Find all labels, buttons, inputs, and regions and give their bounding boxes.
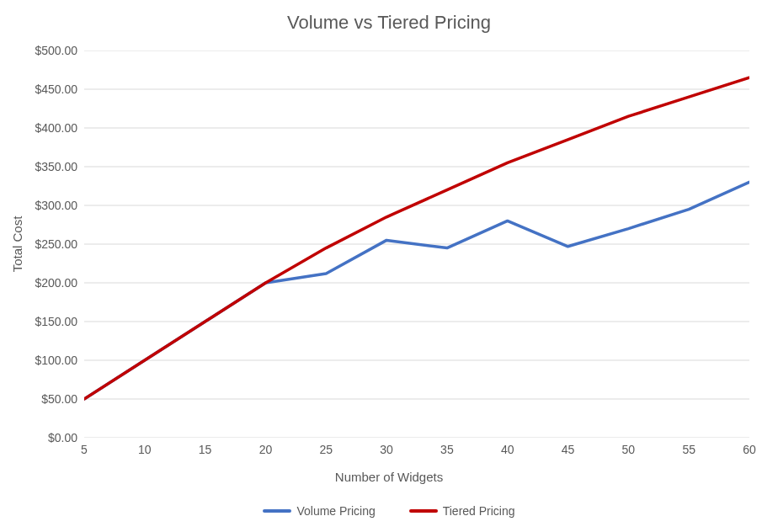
series-volume xyxy=(84,182,749,399)
x-tick-label: 60 xyxy=(733,443,766,456)
legend-swatch-tiered xyxy=(409,509,438,513)
y-tick-label: $200.00 xyxy=(10,276,77,290)
chart-title: Volume vs Tiered Pricing xyxy=(0,12,778,34)
y-tick-label: $250.00 xyxy=(10,237,77,251)
x-tick-label: 55 xyxy=(672,443,706,456)
legend-label-volume: Volume Pricing xyxy=(296,504,375,518)
plot-area xyxy=(84,51,749,438)
y-tick-label: $500.00 xyxy=(10,44,77,57)
x-tick-label: 10 xyxy=(128,443,162,456)
x-tick-label: 30 xyxy=(370,443,403,456)
x-axis-label: Number of Widgets xyxy=(0,470,778,484)
y-tick-label: $400.00 xyxy=(10,121,77,135)
legend: Volume Pricing Tiered Pricing xyxy=(0,502,778,518)
x-tick-label: 20 xyxy=(248,443,282,456)
x-tick-label: 35 xyxy=(430,443,464,456)
legend-swatch-volume xyxy=(263,509,291,513)
legend-item-tiered: Tiered Pricing xyxy=(409,504,515,518)
chart-container: Volume vs Tiered Pricing Total Cost $0.0… xyxy=(0,0,778,532)
y-tick-label: $300.00 xyxy=(10,199,77,212)
legend-item-volume: Volume Pricing xyxy=(263,504,375,518)
series-group xyxy=(84,77,749,399)
legend-label-tiered: Tiered Pricing xyxy=(443,504,515,518)
y-tick-label: $350.00 xyxy=(10,160,77,173)
x-tick-label: 5 xyxy=(67,443,101,456)
x-tick-label: 15 xyxy=(189,443,222,456)
x-tick-label: 25 xyxy=(309,443,343,456)
x-tick-label: 50 xyxy=(611,443,645,456)
y-tick-label: $100.00 xyxy=(10,354,77,367)
series-tiered xyxy=(84,77,749,399)
y-tick-label: $50.00 xyxy=(10,392,77,406)
x-tick-label: 40 xyxy=(491,443,525,456)
x-tick-label: 45 xyxy=(552,443,585,456)
y-tick-label: $450.00 xyxy=(10,82,77,96)
y-tick-label: $150.00 xyxy=(10,315,77,328)
